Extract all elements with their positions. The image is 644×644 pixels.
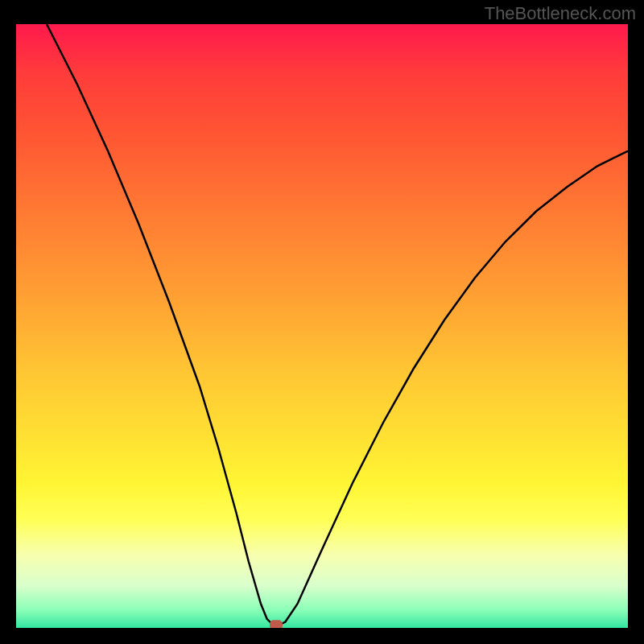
watermark-text: TheBottleneck.com [485, 3, 636, 24]
chart-container: TheBottleneck.com [0, 0, 644, 644]
plot-area [16, 24, 628, 628]
curve-svg [16, 24, 628, 628]
bottleneck-curve [47, 24, 628, 625]
optimum-marker [270, 620, 283, 628]
